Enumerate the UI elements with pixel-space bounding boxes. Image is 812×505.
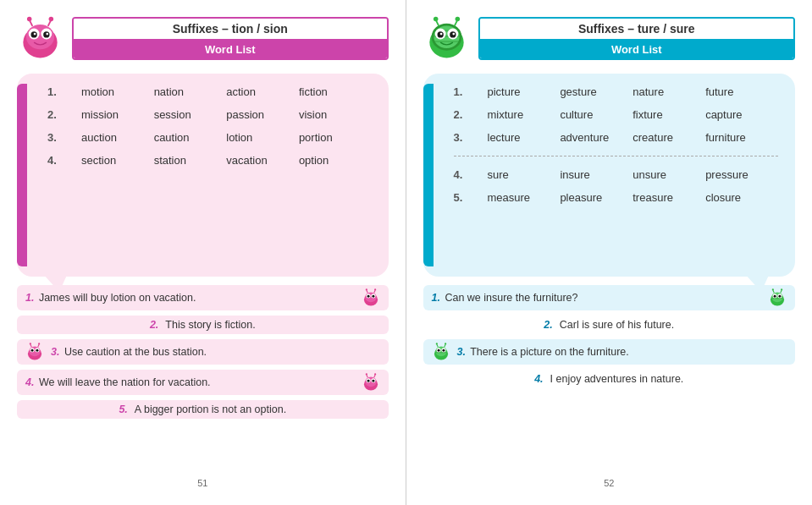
r-word-num-5: 5. — [454, 191, 488, 204]
svg-point-67 — [772, 288, 774, 290]
word-4-1: section — [81, 154, 154, 167]
svg-point-64 — [774, 295, 776, 298]
svg-point-55 — [433, 17, 438, 22]
left-monster-icon — [17, 15, 64, 62]
left-s1-num: 1. — [25, 292, 34, 304]
left-s4-text: We will leave the nation for vacation. — [39, 376, 211, 388]
left-word-grid: 1. motion nation action fiction 2. missi… — [34, 85, 372, 167]
left-header: Suffixes – tion / sion Word List — [17, 15, 389, 62]
left-word-list: 1. motion nation action fiction 2. missi… — [17, 74, 389, 277]
svg-point-26 — [31, 349, 34, 352]
svg-line-80 — [444, 344, 445, 347]
r-word-2-4: capture — [705, 108, 778, 121]
word-3-2: caution — [154, 131, 227, 144]
r-word-3-2: adventure — [560, 131, 632, 144]
svg-line-38 — [366, 375, 367, 377]
svg-point-7 — [46, 33, 48, 36]
word-2-4: vision — [299, 108, 372, 121]
svg-point-11 — [49, 17, 54, 22]
svg-point-31 — [38, 343, 40, 344]
word-1-3: action — [226, 85, 299, 98]
left-page-number: 51 — [17, 478, 389, 488]
right-sentences: 1. Can we insure the furniture? 2. Carl … — [423, 285, 796, 468]
right-page-number: 52 — [423, 478, 796, 488]
svg-point-69 — [781, 288, 782, 290]
svg-line-78 — [436, 344, 437, 347]
right-title-sub: Word List — [480, 41, 794, 58]
r-word-4-2: insure — [560, 168, 632, 181]
r-word-num-4: 4. — [454, 168, 488, 181]
r-word-5-2: pleasure — [560, 191, 632, 204]
word-num-2: 2. — [47, 108, 81, 121]
right-word-grid: 1. picture gesture nature future 2. mixt… — [440, 85, 779, 204]
right-sentence-3: 3. There is a picture on the furniture. — [423, 339, 796, 365]
r-word-3-1: lecture — [488, 131, 561, 144]
right-s2-num: 2. — [544, 319, 552, 331]
page-right: Suffixes – ture / sure Word List 1. pict… — [406, 0, 813, 505]
word-2-1: mission — [81, 108, 154, 121]
svg-point-65 — [778, 295, 781, 298]
word-1-2: nation — [154, 85, 227, 98]
svg-line-68 — [781, 290, 782, 293]
svg-line-20 — [373, 290, 374, 293]
svg-point-27 — [36, 349, 38, 352]
svg-point-57 — [455, 17, 460, 22]
svg-point-17 — [372, 295, 374, 298]
right-title-box: Suffixes – ture / sure Word List — [478, 17, 796, 60]
right-s4-num: 4. — [534, 373, 543, 385]
r-word-2-1: mixture — [488, 108, 561, 121]
r-word-3-3: creature — [632, 131, 705, 144]
left-s5-text: A bigger portion is not an option. — [135, 403, 286, 415]
r-divider — [454, 156, 779, 156]
word-4-4: option — [299, 154, 372, 167]
r-word-1-4: future — [705, 85, 778, 98]
r-word-5-4: closure — [705, 191, 778, 204]
svg-line-28 — [30, 344, 31, 347]
word-2-2: session — [154, 108, 227, 121]
svg-point-16 — [367, 295, 369, 298]
left-s4-monster — [362, 373, 380, 392]
word-num-3: 3. — [47, 131, 81, 144]
left-s2-num: 2. — [150, 319, 158, 331]
r-word-4-1: sure — [488, 168, 561, 181]
right-s1-monster — [768, 288, 787, 307]
r-word-2-2: culture — [560, 108, 632, 121]
right-sentence-4: 4. I enjoy adventures in nature. — [423, 370, 796, 388]
left-sentence-4: 4. We will leave the nation for vacation… — [17, 370, 389, 395]
r-word-1-3: nature — [632, 85, 705, 98]
page-left: Suffixes – tion / sion Word List 1. moti… — [0, 0, 406, 505]
left-title-main: Suffixes – tion / sion — [74, 19, 387, 41]
svg-point-36 — [367, 380, 369, 382]
word-num-4: 4. — [47, 154, 81, 167]
word-1-1: motion — [81, 85, 154, 98]
left-sentence-1: 1. James will buy lotion on vacation. — [17, 285, 389, 310]
left-title-box: Suffixes – tion / sion Word List — [72, 17, 389, 60]
r-word-1-1: picture — [488, 85, 561, 98]
svg-point-39 — [365, 373, 367, 375]
right-header: Suffixes – ture / sure Word List — [423, 15, 796, 62]
left-sentence-5: 5. A bigger portion is not an option. — [17, 400, 389, 419]
word-3-3: lotion — [226, 131, 299, 144]
r-word-num-1: 1. — [454, 85, 488, 98]
r-word-5-3: treasure — [632, 191, 705, 204]
left-sentence-3: 3. Use caution at the bus station. — [17, 339, 389, 365]
left-s1-monster — [362, 288, 380, 307]
right-s1-text: Can we insure the furniture? — [445, 292, 577, 304]
right-s3-num: 3. — [457, 346, 466, 358]
right-accent-bar — [423, 84, 434, 266]
right-monster-icon — [423, 15, 470, 62]
svg-line-30 — [38, 344, 39, 347]
svg-point-19 — [365, 288, 367, 290]
right-s4-text: I enjoy adventures in nature. — [550, 373, 684, 385]
r-word-2-3: fixture — [632, 108, 705, 121]
right-s1-num: 1. — [432, 292, 440, 304]
r-word-5-1: measure — [488, 191, 561, 204]
left-s3-num: 3. — [51, 346, 59, 358]
svg-point-41 — [374, 373, 376, 375]
svg-point-9 — [27, 17, 31, 22]
right-sentence-2: 2. Carl is sure of his future. — [423, 316, 796, 334]
left-s3-text: Use caution at the bus station. — [64, 346, 207, 358]
r-word-1-2: gesture — [560, 85, 632, 98]
left-s4-num: 4. — [25, 376, 34, 388]
svg-point-29 — [30, 343, 31, 344]
